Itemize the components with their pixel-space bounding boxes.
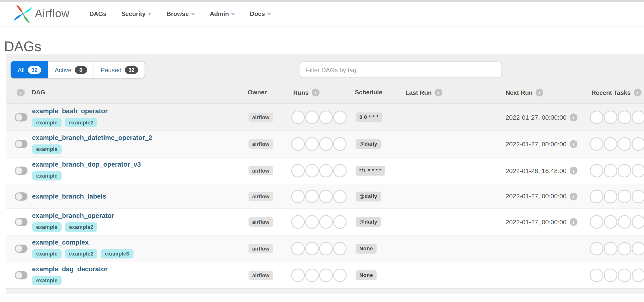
dag-name-block: example_branch_datetime_operator_2 examp…: [32, 134, 152, 154]
nav-item-docs[interactable]: Docs: [250, 10, 271, 17]
tag-badge-example[interactable]: example: [32, 276, 62, 285]
task-state-circle: [590, 164, 604, 178]
dag-link[interactable]: example_dag_decorator: [32, 266, 108, 273]
task-state-circle: [305, 215, 319, 229]
tag-badge-example[interactable]: example: [32, 222, 62, 232]
table-header-row: i DAG Owner Runs i Schedule Last Run i: [6, 79, 644, 103]
info-icon: i: [434, 89, 442, 96]
task-state-circle: [333, 111, 347, 124]
pause-toggle[interactable]: [15, 218, 28, 226]
task-state-circle: [632, 215, 644, 229]
owner-badge[interactable]: airflow: [248, 139, 273, 149]
status-tab-all[interactable]: All 32: [11, 61, 48, 78]
dag-name-block: example_branch_dop_operator_v3 example: [32, 161, 141, 181]
dag-link[interactable]: example_branch_operator: [32, 212, 114, 220]
status-tab-group: All 32 Active 0 Paused 32: [11, 61, 145, 78]
task-state-circle: [319, 164, 332, 178]
table-row: example_branch_operator exampleexample2 …: [6, 208, 644, 235]
info-icon: i: [570, 218, 578, 226]
info-icon: i: [536, 89, 543, 96]
task-state-circle: [618, 111, 631, 124]
runs-circles: [291, 137, 346, 151]
owner-badge[interactable]: airflow: [248, 271, 273, 280]
window-top-strip: [0, 0, 644, 2]
dag-tags: exampleexample2example3: [32, 249, 133, 259]
task-state-circle: [618, 269, 631, 282]
tag-badge-example[interactable]: example: [32, 118, 62, 127]
owner-badge[interactable]: airflow: [248, 244, 273, 253]
dag-link[interactable]: example_bash_operator: [32, 107, 108, 115]
task-state-circle: [305, 242, 319, 256]
nav-item-security[interactable]: Security: [121, 10, 152, 17]
dag-link[interactable]: example_branch_datetime_operator_2: [32, 134, 152, 142]
pause-toggle[interactable]: [15, 271, 28, 279]
task-state-circle: [319, 215, 332, 229]
filter-panel: All 32 Active 0 Paused 32 i DAG Owner: [6, 54, 644, 104]
pause-toggle[interactable]: [15, 140, 28, 148]
task-state-circle: [590, 190, 604, 203]
next-run-timestamp: 2022-01-27, 00:00:00: [506, 218, 566, 226]
count-badge: 32: [28, 66, 41, 74]
status-tab-paused[interactable]: Paused 32: [94, 61, 145, 78]
dag-link[interactable]: example_branch_dop_operator_v3: [32, 161, 141, 168]
dag-link[interactable]: example_complex: [32, 239, 88, 246]
tag-badge-example[interactable]: example: [32, 144, 62, 154]
owner-badge[interactable]: airflow: [248, 217, 273, 227]
chevron-down-icon: [231, 13, 235, 15]
nav-item-admin[interactable]: Admin: [210, 10, 235, 17]
navbar: Airflow DAGs Security Browse Admin Docs: [0, 2, 644, 26]
tag-badge-example3[interactable]: example3: [101, 249, 133, 259]
table-row-partial: [6, 289, 644, 294]
nav-item-browse[interactable]: Browse: [166, 10, 195, 17]
nav-item-dags[interactable]: DAGs: [89, 10, 106, 17]
schedule-badge: None: [356, 244, 377, 253]
recent-tasks-circles: [590, 215, 644, 229]
pause-toggle[interactable]: [15, 113, 28, 121]
header-info: i: [17, 89, 25, 96]
info-icon: i: [570, 167, 578, 175]
task-state-circle: [333, 215, 347, 229]
owner-badge[interactable]: airflow: [248, 112, 273, 122]
schedule-badge: 0 0 * * *: [356, 112, 382, 122]
task-state-circle: [291, 111, 305, 124]
status-tab-active[interactable]: Active 0: [48, 61, 94, 78]
tag-badge-example2[interactable]: example2: [65, 222, 97, 232]
dag-tags: exampleexample2: [32, 222, 114, 232]
tag-badge-example2[interactable]: example2: [65, 249, 97, 259]
main-nav: DAGs Security Browse Admin Docs: [89, 10, 271, 17]
dag-name-block: example_complex exampleexample2example3: [32, 239, 133, 259]
schedule-badge: None: [356, 270, 377, 280]
owner-badge[interactable]: airflow: [248, 166, 273, 175]
tag-filter-input[interactable]: [300, 61, 502, 78]
info-icon: i: [312, 89, 320, 96]
tag-badge-example2[interactable]: example2: [65, 118, 97, 127]
pause-toggle[interactable]: [15, 245, 28, 253]
dags-content: All 32 Active 0 Paused 32 i DAG Owner: [6, 54, 644, 294]
chevron-down-icon: [148, 13, 152, 15]
task-state-circle: [604, 137, 617, 151]
filter-tabs-row: All 32 Active 0 Paused 32: [6, 61, 644, 79]
task-state-circle: [618, 164, 631, 178]
pause-toggle[interactable]: [15, 192, 28, 200]
header-owner: Owner: [248, 89, 267, 96]
next-run-timestamp: 2022-01-28, 16:48:00: [506, 167, 566, 174]
owner-badge[interactable]: airflow: [248, 192, 273, 201]
info-icon: i: [570, 113, 578, 121]
info-icon: i: [634, 89, 642, 96]
header-last-run: Last Run i: [406, 89, 442, 96]
count-badge: 32: [125, 66, 138, 74]
dag-tags: example: [32, 276, 108, 285]
header-recent-tasks: Recent Tasks i: [592, 89, 642, 96]
dag-name-block: example_bash_operator exampleexample2: [32, 107, 108, 127]
task-state-circle: [305, 164, 319, 178]
tag-badge-example[interactable]: example: [32, 249, 62, 259]
pause-toggle[interactable]: [15, 167, 28, 175]
task-state-circle: [632, 190, 644, 203]
airflow-window: Airflow DAGs Security Browse Admin Docs …: [0, 0, 644, 302]
dag-link[interactable]: example_branch_labels: [32, 193, 106, 200]
tag-badge-example[interactable]: example: [32, 171, 62, 181]
recent-tasks-circles: [590, 111, 644, 124]
next-run: 2022-01-27, 00:00:00 i: [506, 113, 578, 121]
runs-circles: [291, 111, 346, 124]
airflow-logo[interactable]: Airflow: [14, 4, 70, 23]
